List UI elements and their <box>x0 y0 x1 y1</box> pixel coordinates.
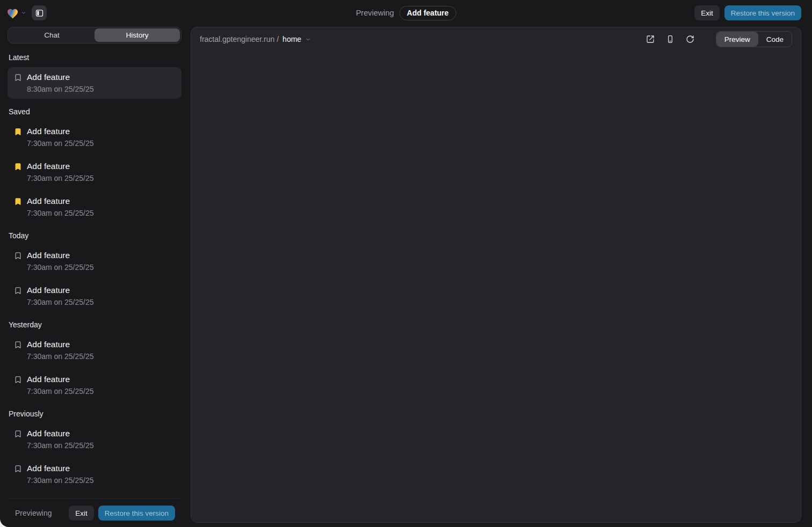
history-item[interactable]: Add feature 7:30am on 25/25/25 <box>8 458 182 490</box>
bookmark-icon <box>14 376 22 384</box>
external-link-icon <box>646 35 655 43</box>
bookmark-icon <box>14 341 22 349</box>
preview-header: fractal.gptengineer.run / home <box>191 27 801 51</box>
history-section: Latest Add feature 8:30am on 25/25/25 <box>8 53 182 99</box>
item-timestamp: 7:30am on 25/25/25 <box>27 209 94 218</box>
bookmark-icon <box>14 197 22 206</box>
logo-menu[interactable] <box>6 8 26 19</box>
item-timestamp: 7:30am on 25/25/25 <box>27 387 94 396</box>
refresh-button[interactable] <box>686 35 694 43</box>
preview-content[interactable] <box>191 51 801 522</box>
sidebar-tabs: Chat History <box>8 27 182 43</box>
toggle-code-button[interactable]: Code <box>758 32 792 47</box>
panel-left-icon <box>35 9 44 18</box>
previewing-label: Previewing <box>356 9 394 17</box>
toggle-preview-button[interactable]: Preview <box>716 32 758 47</box>
history-item[interactable]: Add feature 8:30am on 25/25/25 <box>8 67 182 99</box>
section-items: Add feature 7:30am on 25/25/25 Add featu… <box>8 423 182 490</box>
mobile-preview-button[interactable] <box>666 35 675 43</box>
item-timestamp: 8:30am on 25/25/25 <box>27 85 94 94</box>
item-title: Add feature <box>27 126 94 136</box>
bookmark-icon <box>14 287 22 295</box>
item-title: Add feature <box>27 463 94 473</box>
history-section: Previously Add feature 7:30am on 25/25/2… <box>8 409 182 490</box>
bookmark-icon <box>14 74 22 82</box>
item-timestamp: 7:30am on 25/25/25 <box>27 174 94 183</box>
item-title: Add feature <box>27 161 94 171</box>
section-title: Yesterday <box>8 320 182 329</box>
app-surface: Previewing Add feature Exit Restore this… <box>0 0 812 527</box>
item-title: Add feature <box>27 374 94 384</box>
item-timestamp: 7:30am on 25/25/25 <box>27 298 94 307</box>
item-title: Add feature <box>27 250 94 260</box>
section-title: Today <box>8 231 182 240</box>
item-title: Add feature <box>27 339 94 349</box>
item-title: Add feature <box>27 285 94 295</box>
chevron-down-icon <box>305 36 311 42</box>
history-section: Saved Add feature 7:30am on 25/25/25 Add… <box>8 107 182 223</box>
section-title: Saved <box>8 107 182 116</box>
item-timestamp: 7:30am on 25/25/25 <box>27 441 94 450</box>
history-item[interactable]: Add feature 7:30am on 25/25/25 <box>8 423 182 455</box>
bookmark-icon <box>14 430 22 438</box>
history-item[interactable]: Add feature 7:30am on 25/25/25 <box>8 156 182 188</box>
top-bar: Previewing Add feature Exit Restore this… <box>0 0 812 26</box>
chevron-down-icon <box>21 10 26 16</box>
history-item[interactable]: Add feature 7:30am on 25/25/25 <box>8 121 182 153</box>
section-items: Add feature 7:30am on 25/25/25 Add featu… <box>8 334 182 401</box>
url-selector[interactable]: fractal.gptengineer.run / home <box>200 35 311 43</box>
bookmark-icon <box>14 163 22 171</box>
history-item[interactable]: Add feature 7:30am on 25/25/25 <box>8 245 182 277</box>
url-prefix: fractal.gptengineer.run / <box>200 35 279 43</box>
history-list[interactable]: Latest Add feature 8:30am on 25/25/25 Sa… <box>8 45 182 499</box>
history-section: Today Add feature 7:30am on 25/25/25 Add… <box>8 231 182 312</box>
item-title: Add feature <box>27 72 94 82</box>
preview-panel: fractal.gptengineer.run / home <box>191 27 801 523</box>
history-sidebar: Chat History Latest Add feature 8:30am o… <box>8 27 182 527</box>
history-item[interactable]: Add feature 7:30am on 25/25/25 <box>8 334 182 366</box>
section-items: Add feature 8:30am on 25/25/25 <box>8 67 182 99</box>
toggle-sidebar-button[interactable] <box>32 5 47 20</box>
bookmark-icon <box>14 465 22 473</box>
sidebar-footer: Previewing Exit Restore this version <box>8 499 182 527</box>
lovable-heart-icon <box>6 8 19 19</box>
footer-status-label: Previewing <box>15 509 52 517</box>
history-item[interactable]: Add feature 7:30am on 25/25/25 <box>8 280 182 312</box>
item-title: Add feature <box>27 428 94 438</box>
version-badge: Add feature <box>400 6 456 20</box>
item-timestamp: 7:30am on 25/25/25 <box>27 263 94 272</box>
url-page: home <box>282 35 301 43</box>
restore-version-button[interactable]: Restore this version <box>724 5 801 20</box>
section-items: Add feature 7:30am on 25/25/25 Add featu… <box>8 121 182 223</box>
section-title: Latest <box>8 53 182 62</box>
item-title: Add feature <box>27 196 94 206</box>
history-item[interactable]: Add feature 7:30am on 25/25/25 <box>8 191 182 223</box>
open-in-new-tab-button[interactable] <box>646 35 655 43</box>
view-toggle: Preview Code <box>716 31 792 47</box>
refresh-icon <box>686 35 694 43</box>
bookmark-icon <box>14 128 22 136</box>
tab-history[interactable]: History <box>95 28 180 42</box>
exit-button[interactable]: Exit <box>694 5 720 20</box>
bookmark-icon <box>14 252 22 260</box>
section-title: Previously <box>8 409 182 418</box>
footer-exit-button[interactable]: Exit <box>69 506 94 521</box>
smartphone-icon <box>666 35 675 43</box>
history-section: Yesterday Add feature 7:30am on 25/25/25… <box>8 320 182 401</box>
history-item[interactable]: Add feature 7:30am on 25/25/25 <box>8 369 182 401</box>
item-timestamp: 7:30am on 25/25/25 <box>27 352 94 361</box>
footer-restore-button[interactable]: Restore this version <box>98 506 175 521</box>
item-timestamp: 7:30am on 25/25/25 <box>27 476 94 485</box>
tab-chat[interactable]: Chat <box>9 28 95 42</box>
section-items: Add feature 7:30am on 25/25/25 Add featu… <box>8 245 182 312</box>
item-timestamp: 7:30am on 25/25/25 <box>27 139 94 148</box>
